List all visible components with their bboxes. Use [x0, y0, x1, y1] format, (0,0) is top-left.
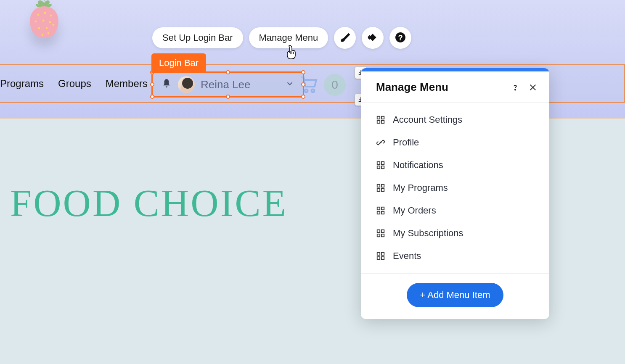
svg-point-1: [44, 12, 46, 14]
svg-point-10: [48, 32, 50, 34]
svg-rect-33: [381, 230, 384, 232]
menu-item-events[interactable]: Events: [361, 245, 549, 267]
menu-item-list: Account Settings Profile Notifications M…: [361, 103, 549, 273]
grid-icon: [376, 183, 385, 193]
grid-icon: [376, 251, 385, 261]
svg-text:?: ?: [398, 33, 403, 42]
svg-rect-22: [377, 166, 380, 169]
svg-rect-37: [381, 253, 384, 255]
chevron-down-icon: [285, 79, 294, 90]
svg-rect-25: [381, 185, 384, 187]
svg-rect-18: [377, 121, 380, 123]
panel-title: Manage Menu: [376, 81, 502, 94]
resize-handle[interactable]: [301, 95, 305, 99]
menu-item-label: My Programs: [393, 182, 448, 193]
resize-handle[interactable]: [226, 95, 230, 99]
context-toolbar: Set Up Login Bar Manage Menu ?: [152, 27, 411, 49]
menu-item-label: Notifications: [393, 160, 443, 171]
help-icon: [511, 83, 520, 92]
svg-point-9: [42, 34, 44, 36]
menu-item-label: My Subscriptions: [393, 228, 463, 239]
manage-menu-panel: Manage Menu Account Settings Profile Not…: [361, 68, 549, 319]
grid-icon: [376, 206, 385, 215]
svg-rect-38: [377, 257, 380, 259]
svg-point-13: [305, 89, 307, 92]
svg-point-14: [311, 89, 314, 92]
login-bar-widget[interactable]: Reina Lee: [151, 71, 304, 98]
resize-handle[interactable]: [226, 70, 230, 74]
add-menu-item-button[interactable]: + Add Menu Item: [407, 283, 504, 307]
grid-icon: [376, 115, 385, 124]
resize-handle[interactable]: [150, 82, 154, 87]
nav-link-members[interactable]: Members: [106, 78, 148, 90]
menu-item-account-settings[interactable]: Account Settings: [361, 108, 549, 131]
avatar: [178, 76, 195, 93]
cart-widget[interactable]: 0: [299, 74, 346, 96]
svg-point-5: [49, 21, 51, 24]
svg-rect-31: [381, 211, 384, 214]
svg-rect-30: [377, 211, 380, 214]
nav-links: Programs Groups Members: [0, 78, 148, 90]
svg-rect-35: [381, 234, 384, 237]
svg-point-3: [35, 21, 37, 23]
svg-rect-28: [377, 207, 380, 210]
menu-item-label: Events: [393, 251, 421, 261]
svg-rect-23: [381, 166, 384, 169]
svg-rect-20: [377, 162, 380, 164]
site-logo: [23, 0, 82, 65]
menu-item-my-programs[interactable]: My Programs: [361, 177, 549, 199]
svg-rect-29: [381, 207, 384, 210]
svg-point-6: [38, 27, 40, 29]
svg-rect-16: [377, 116, 380, 119]
svg-rect-32: [377, 230, 380, 232]
nav-link-groups[interactable]: Groups: [58, 78, 91, 90]
resize-handle[interactable]: [150, 95, 154, 99]
svg-point-0: [37, 14, 40, 16]
grid-icon: [376, 229, 385, 238]
svg-point-15: [515, 89, 516, 90]
svg-point-4: [42, 20, 45, 22]
stack-back-icon: [367, 32, 378, 44]
help-button[interactable]: ?: [389, 27, 411, 49]
menu-item-my-subscriptions[interactable]: My Subscriptions: [361, 222, 549, 245]
close-icon: [528, 83, 538, 92]
svg-point-2: [50, 15, 52, 17]
menu-item-my-orders[interactable]: My Orders: [361, 199, 549, 222]
cart-count-badge: 0: [324, 74, 346, 96]
menu-item-label: Profile: [393, 137, 419, 148]
nav-link-programs[interactable]: Programs: [0, 78, 44, 90]
design-button[interactable]: [334, 27, 356, 49]
link-icon: [376, 138, 385, 147]
panel-accent-bar: [361, 68, 549, 71]
pointer-cursor-icon: [285, 45, 299, 60]
grid-icon: [376, 161, 385, 170]
menu-item-notifications[interactable]: Notifications: [361, 154, 549, 177]
svg-rect-39: [381, 257, 384, 259]
resize-handle[interactable]: [301, 82, 305, 87]
user-name-label: Reina Lee: [201, 78, 279, 91]
help-icon: ?: [395, 32, 406, 44]
strawberry-icon: [23, 0, 65, 44]
animations-button[interactable]: [362, 27, 384, 49]
menu-item-profile[interactable]: Profile: [361, 131, 549, 154]
setup-login-bar-button[interactable]: Set Up Login Bar: [152, 27, 243, 48]
paintbrush-icon: [339, 32, 350, 44]
bell-icon: [161, 78, 172, 91]
svg-point-8: [53, 24, 55, 26]
svg-rect-24: [377, 185, 380, 187]
svg-rect-34: [377, 234, 380, 237]
svg-rect-27: [381, 189, 384, 191]
panel-help-button[interactable]: [511, 83, 520, 92]
svg-point-7: [46, 27, 48, 29]
svg-rect-21: [381, 162, 384, 164]
resize-handle[interactable]: [301, 70, 305, 74]
svg-rect-36: [377, 253, 380, 255]
svg-rect-17: [381, 116, 384, 119]
selection-label: Login Bar: [151, 53, 206, 73]
svg-rect-26: [377, 189, 380, 191]
svg-rect-19: [381, 121, 384, 123]
menu-item-label: Account Settings: [393, 114, 462, 125]
page-title: FOOD CHOICE: [10, 181, 288, 225]
panel-close-button[interactable]: [528, 83, 538, 92]
menu-item-label: My Orders: [393, 205, 436, 216]
